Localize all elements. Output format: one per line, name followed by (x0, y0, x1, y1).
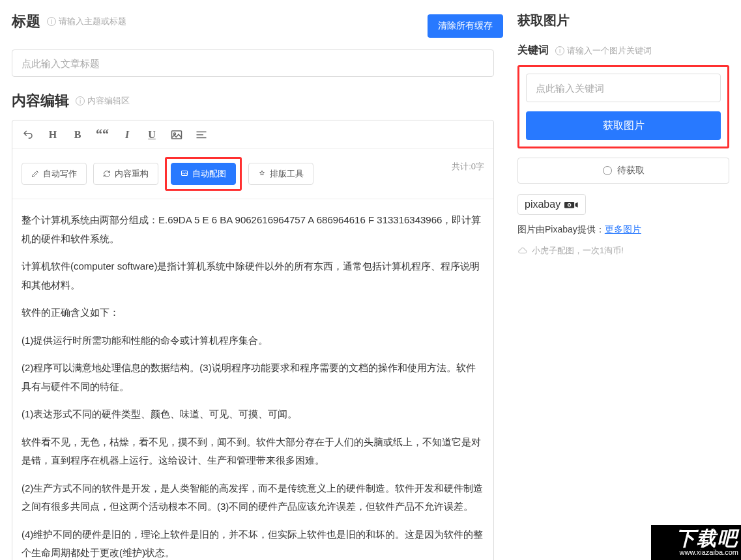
cloud-icon (517, 247, 528, 254)
editor-box: H B ““ I U 自动写作 内容重构 (12, 120, 494, 560)
content-hint-text: 内容编辑区 (87, 95, 130, 107)
auto-image-highlight: 自动配图 (165, 157, 242, 191)
watermark-text: 下载吧 (676, 529, 738, 548)
article-title-input[interactable] (12, 49, 494, 77)
title-hint: i 请输入主题或标题 (47, 16, 126, 27)
keyword-input[interactable] (526, 74, 721, 102)
auto-write-button[interactable]: 自动写作 (22, 163, 87, 185)
content-paragraph: 软件的正确含义如下： (22, 303, 484, 322)
title-header-row: 标题 i 请输入主题或标题 清除所有缓存 (12, 12, 503, 40)
keyword-label: 关键词 (517, 44, 549, 57)
content-label: 内容编辑 (12, 91, 69, 111)
content-paragraph: (1)表达形式不同的硬件类型、颜色、味道、可见、可摸、可闻。 (22, 405, 484, 424)
content-paragraph: (2)程序可以满意地处理信息的数据结构。(3)说明程序功能要求和程序需要的文档的… (22, 359, 484, 396)
watermark: 下载吧 www.xiazaiba.com (650, 524, 741, 560)
italic-icon[interactable]: I (121, 129, 134, 141)
heading-icon[interactable]: H (46, 129, 59, 141)
keyword-highlight-box: 获取图片 (517, 65, 729, 148)
content-paragraph: (4)维护不同的硬件是旧的，理论上软件是旧的，并不坏，但实际上软件也是旧的和坏的… (22, 525, 484, 561)
content-paragraph: (1)提供运行时所需功能和性能的命令或计算机程序集合。 (22, 331, 484, 350)
clear-cache-button[interactable]: 清除所有缓存 (428, 14, 503, 38)
svg-point-8 (568, 204, 570, 206)
reconstruct-label: 内容重构 (115, 168, 149, 180)
align-icon[interactable] (195, 130, 208, 139)
info-icon: i (555, 46, 564, 55)
formatting-toolbar: H B ““ I U (12, 120, 493, 149)
circle-icon (603, 166, 612, 175)
bold-icon[interactable]: B (71, 129, 84, 141)
content-paragraph: 软件看不见，无色，枯燥，看不见，摸不到，闻不到。软件大部分存在于人们的头脑或纸上… (22, 433, 484, 470)
info-icon: i (47, 17, 56, 26)
keyword-hint-text: 请输入一个图片关键词 (567, 45, 652, 57)
layout-tool-button[interactable]: 排版工具 (248, 163, 313, 185)
pixabay-text: pixabay (525, 199, 560, 210)
footer-hint: 小虎子配图，一次1淘币! (517, 245, 729, 257)
watermark-url: www.xiazaiba.com (680, 548, 738, 556)
title-section-header: 标题 i 请输入主题或标题 (12, 12, 126, 31)
auto-image-button[interactable]: 自动配图 (171, 163, 236, 185)
pixabay-badge: pixabay (517, 194, 586, 215)
title-label: 标题 (12, 12, 40, 31)
quote-icon[interactable]: ““ (96, 127, 109, 142)
reconstruct-button[interactable]: 内容重构 (93, 163, 158, 185)
svg-point-1 (174, 133, 176, 135)
auto-image-label: 自动配图 (192, 168, 226, 180)
provider-line: 图片由Pixabay提供：更多图片 (517, 224, 729, 236)
word-count: 共计:0字 (452, 161, 484, 173)
footer-hint-text: 小虎子配图，一次1淘币! (532, 245, 624, 257)
info-icon: i (76, 96, 85, 105)
content-paragraph: (2)生产方式不同的软件是开发，是人类智能的高发挥，而不是传统意义上的硬件制造。… (22, 479, 484, 516)
svg-rect-0 (172, 131, 182, 139)
title-hint-text: 请输入主题或标题 (59, 16, 126, 27)
get-image-button[interactable]: 获取图片 (526, 111, 721, 140)
more-images-link[interactable]: 更多图片 (605, 224, 641, 234)
layout-tool-label: 排版工具 (270, 168, 304, 180)
keyword-hint: i 请输入一个图片关键词 (555, 45, 652, 57)
keyword-header: 关键词 i 请输入一个图片关键词 (517, 44, 729, 57)
underline-icon[interactable]: U (145, 129, 158, 141)
action-toolbar: 自动写作 内容重构 自动配图 排版工具 共计:0字 (12, 149, 493, 199)
get-image-title: 获取图片 (517, 12, 729, 29)
right-panel: 获取图片 关键词 i 请输入一个图片关键词 获取图片 待获取 pixabay 图… (503, 0, 741, 560)
pending-label: 待获取 (617, 165, 645, 176)
left-panel: 标题 i 请输入主题或标题 清除所有缓存 内容编辑 i 内容编辑区 H B ““… (0, 0, 503, 560)
pending-status[interactable]: 待获取 (517, 158, 729, 184)
content-hint: i 内容编辑区 (76, 95, 130, 107)
content-section-header: 内容编辑 i 内容编辑区 (12, 91, 503, 111)
camera-icon (564, 200, 579, 209)
editor-content[interactable]: 整个计算机系统由两部分组成：E.69DA 5 E 6 BA 9062616964… (12, 199, 493, 560)
image-icon[interactable] (170, 130, 183, 140)
undo-icon[interactable] (22, 129, 35, 141)
auto-write-label: 自动写作 (43, 168, 77, 180)
provider-prefix: 图片由Pixabay提供： (517, 224, 605, 234)
content-paragraph: 计算机软件(computer software)是指计算机系统中除硬件以外的所有… (22, 257, 484, 294)
content-paragraph: 整个计算机系统由两部分组成：E.69DA 5 E 6 BA 9062616964… (22, 211, 484, 248)
